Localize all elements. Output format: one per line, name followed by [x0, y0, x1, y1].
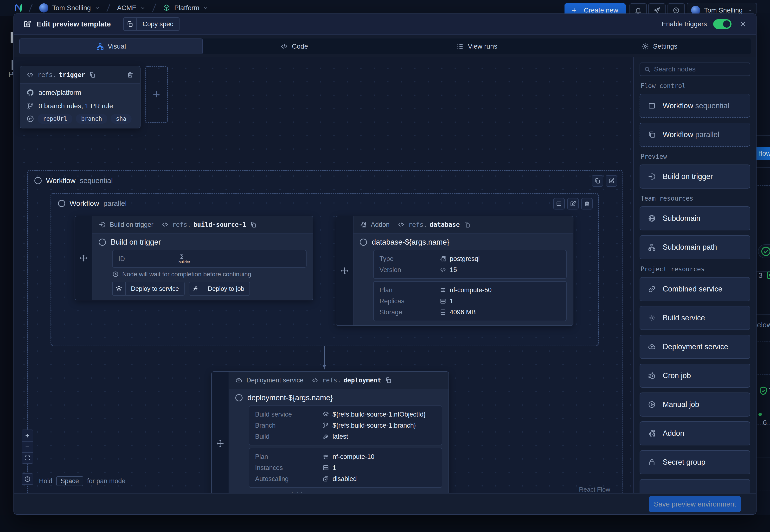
copy-icon: [124, 18, 137, 30]
save-preview-environment-button[interactable]: Save preview environment: [649, 496, 741, 512]
addon-node[interactable]: Addon refs.database database-${args.name…: [336, 216, 573, 326]
palette-item-workflow-parallel[interactable]: Workflow parallel: [640, 123, 750, 147]
palette-item-build-service[interactable]: Build service: [640, 306, 750, 330]
output-chip[interactable]: repoUrl: [38, 114, 72, 124]
sliders-icon: [440, 287, 446, 293]
copy-icon[interactable]: [89, 71, 96, 78]
save-label: Save preview environment: [654, 500, 736, 508]
server-icon: [440, 298, 446, 304]
palette-item-secret-group[interactable]: Secret group: [640, 450, 750, 474]
collapse-button[interactable]: [553, 198, 565, 209]
timer-icon: [648, 372, 656, 380]
delete-node-button[interactable]: [127, 71, 134, 78]
palette-item-cron-job[interactable]: Cron job: [640, 364, 750, 388]
drag-handle[interactable]: [336, 216, 353, 325]
code-icon: [311, 377, 318, 384]
runner-icon: [189, 282, 202, 295]
edit-icon: [608, 178, 615, 184]
node-palette-sidebar: Flow control Workflow sequential Workflo…: [633, 57, 756, 493]
zoom-in-button[interactable]: [22, 430, 33, 441]
background-letter: T: [769, 387, 770, 395]
puzzle-icon: [360, 221, 367, 228]
search-box[interactable]: [640, 63, 750, 76]
plus-icon: [24, 432, 31, 439]
puzzle-icon: [440, 255, 446, 262]
palette-item-deployment-service[interactable]: Deployment service: [640, 335, 750, 359]
check-circle-icon: [760, 246, 770, 257]
tab-label: Settings: [653, 43, 677, 50]
palette-item-subdomain[interactable]: Subdomain: [640, 206, 750, 230]
build-on-trigger-node[interactable]: Build on trigger refs.build-source-1 Bui…: [75, 216, 313, 300]
tab-code[interactable]: Code: [203, 38, 386, 54]
layers-icon: [113, 282, 126, 295]
palette-item-combined-service[interactable]: Combined service: [640, 277, 750, 301]
tab-label: View runs: [468, 43, 497, 50]
palette-item-manual-job[interactable]: Manual job: [640, 393, 750, 417]
addon-spec-box: Type postgresql Version 15: [373, 250, 567, 279]
tab-settings[interactable]: Settings: [568, 38, 751, 54]
palette-item-subdomain-path[interactable]: Subdomain path: [640, 235, 750, 259]
deploy-plan-box: Plan nf-compute-10 Instances: [249, 448, 442, 488]
status-success-pill: [758, 244, 770, 258]
workflow-canvas[interactable]: refs.trigger acme/platform: [14, 57, 633, 493]
id-label: ID: [118, 255, 178, 263]
ref-name: trigger: [59, 71, 85, 78]
palette-item-addon[interactable]: Addon: [640, 421, 750, 445]
trigger-node[interactable]: refs.trigger acme/platform: [20, 66, 140, 128]
section-label-preview: Preview: [641, 153, 750, 160]
duplicate-button[interactable]: [592, 175, 603, 187]
edit-button[interactable]: [567, 198, 579, 209]
deploy-source-box: Build service ${refs.build-source-1.nfOb…: [249, 405, 442, 445]
rect-icon: [648, 102, 656, 110]
palette-item-build-on-trigger[interactable]: Build on trigger: [640, 165, 750, 189]
output-chip[interactable]: branch: [76, 114, 107, 124]
cloud-upload-icon: [648, 343, 656, 351]
add-node-placeholder[interactable]: [145, 66, 168, 123]
help-icon: [673, 7, 680, 14]
search-input[interactable]: [654, 65, 746, 73]
enable-triggers-toggle[interactable]: [713, 19, 732, 29]
canvas-help-button[interactable]: [22, 473, 33, 485]
close-button[interactable]: [739, 20, 747, 28]
node-type-header: Addon refs.database: [353, 216, 573, 234]
copy-spec-button[interactable]: Copy spec: [123, 17, 179, 31]
tab-label: Visual: [108, 43, 126, 50]
edit-button[interactable]: [606, 175, 617, 187]
output-chip[interactable]: sha: [111, 114, 132, 124]
window-icon: [556, 201, 562, 207]
close-icon: [739, 20, 747, 28]
drag-handle[interactable]: [75, 216, 92, 300]
palette-item-workflow-sequential[interactable]: Workflow sequential: [640, 94, 750, 118]
zoom-out-button[interactable]: [22, 441, 33, 452]
tab-visual[interactable]: Visual: [19, 38, 203, 54]
move-icon: [216, 439, 224, 448]
react-flow-attribution[interactable]: React Flow: [579, 486, 610, 493]
server-icon: [322, 464, 329, 471]
deploy-to-service-button[interactable]: Deploy to service: [112, 282, 184, 296]
palette-item-partial[interactable]: [640, 479, 750, 493]
trigger-outputs-row: repoUrl branch sha: [26, 114, 134, 124]
wrench-icon: [322, 433, 329, 440]
copy-icon[interactable]: [250, 221, 257, 228]
code-icon: [162, 221, 168, 228]
drag-handle[interactable]: [212, 372, 229, 493]
deploy-to-job-button[interactable]: Deploy to job: [189, 282, 250, 296]
ref-name: build-source-1: [193, 221, 246, 228]
copy-icon[interactable]: [385, 377, 392, 384]
code-icon: [398, 221, 405, 228]
modal-header: Edit preview template Copy spec Enable t…: [14, 14, 756, 35]
announcement-icon: [653, 7, 661, 14]
delete-button[interactable]: [581, 198, 593, 209]
fit-view-button[interactable]: [22, 452, 33, 463]
storage-icon: [440, 309, 446, 316]
section-label-project-resources: Project resources: [641, 266, 750, 273]
node-type-header: Build on trigger refs.build-source-1: [92, 216, 313, 234]
deployment-service-node[interactable]: Deployment service refs.deployment deplo…: [211, 371, 449, 493]
tab-label: Code: [292, 43, 308, 50]
layers-icon: [322, 411, 329, 418]
copy-icon[interactable]: [464, 221, 471, 228]
play-icon: [648, 400, 656, 409]
tab-view-runs[interactable]: View runs: [386, 38, 568, 54]
link-icon: [648, 285, 656, 293]
node-handle-icon: [58, 200, 65, 207]
